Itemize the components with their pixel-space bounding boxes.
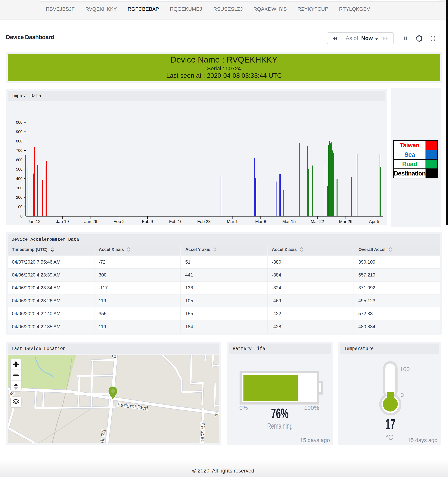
svg-text:100: 100: [16, 205, 23, 209]
svg-text:Mar 15: Mar 15: [282, 219, 296, 224]
svg-text:300: 300: [16, 186, 23, 190]
svg-text:Feb 2: Feb 2: [114, 219, 125, 224]
svg-text:500: 500: [16, 167, 23, 171]
svg-text:linecz Rd: linecz Rd: [199, 423, 206, 443]
svg-text:200: 200: [16, 195, 23, 200]
svg-text:Feb 23: Feb 23: [197, 219, 211, 224]
svg-text:Jan 26: Jan 26: [84, 219, 97, 224]
svg-text:Feb 16: Feb 16: [169, 219, 183, 224]
svg-text:600: 600: [16, 158, 23, 162]
svg-text:0: 0: [20, 214, 23, 218]
svg-text:900: 900: [16, 130, 23, 134]
svg-text:700: 700: [16, 148, 23, 153]
svg-text:Apr 5: Apr 5: [369, 219, 379, 224]
svg-text:800: 800: [16, 139, 23, 143]
svg-text:400: 400: [16, 176, 23, 181]
svg-text:Jan 19: Jan 19: [56, 219, 69, 224]
svg-text:Mar 8: Mar 8: [255, 219, 266, 224]
svg-text:Mar 29: Mar 29: [339, 219, 352, 224]
svg-text:Mar 22: Mar 22: [311, 219, 324, 224]
svg-text:Fe: Fe: [215, 411, 219, 418]
svg-text:B: B: [111, 355, 117, 358]
svg-text:Feb 9: Feb 9: [142, 219, 153, 224]
svg-text:000: 000: [16, 120, 23, 125]
svg-text:Jan 12: Jan 12: [28, 219, 41, 224]
svg-text:Mar 1: Mar 1: [227, 219, 238, 224]
